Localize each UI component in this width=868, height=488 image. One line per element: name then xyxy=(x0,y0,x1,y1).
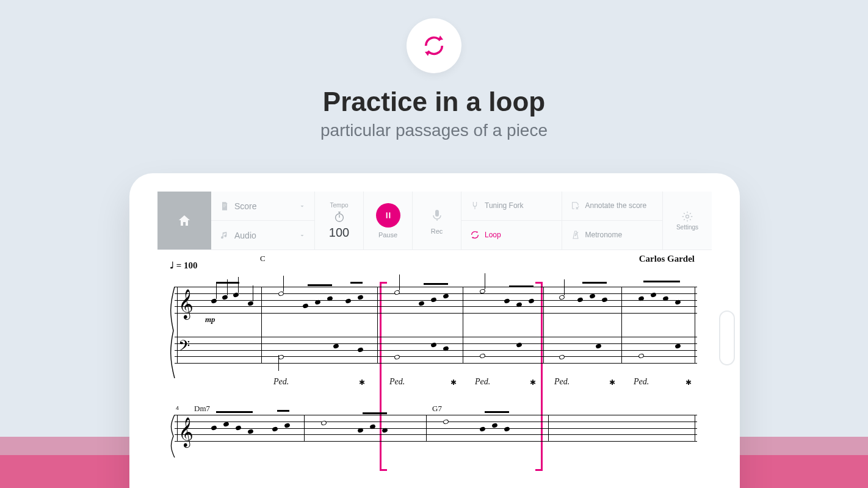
note xyxy=(479,353,486,359)
annotate-button[interactable]: Annotate the score xyxy=(562,192,663,221)
stem xyxy=(399,274,400,290)
pause-button[interactable]: Pause xyxy=(364,192,413,249)
tempo-label: Tempo xyxy=(330,202,348,209)
tuning-fork-label: Tuning Fork xyxy=(485,202,524,210)
note xyxy=(675,343,681,349)
score-area[interactable]: ♩ = 100 Carlos Gardel C xyxy=(157,250,712,488)
note xyxy=(382,428,388,433)
note xyxy=(314,300,321,305)
note xyxy=(595,343,602,349)
metronome-icon xyxy=(571,230,580,240)
note xyxy=(638,353,645,359)
beam xyxy=(216,282,239,284)
home-button[interactable] xyxy=(157,192,211,249)
note xyxy=(418,301,425,306)
note xyxy=(302,303,309,309)
chevron-down-icon xyxy=(298,203,306,210)
note xyxy=(559,354,565,360)
hero-title: Practice in a loop xyxy=(0,87,868,117)
beam xyxy=(277,410,289,412)
gear-icon xyxy=(681,210,693,223)
score-dropdown[interactable]: Score xyxy=(211,192,314,220)
app-screen: Score Audio Tempo 100 Pause xyxy=(157,192,712,488)
annotate-label: Annotate the score xyxy=(585,202,647,210)
note xyxy=(443,293,449,299)
note xyxy=(479,426,486,432)
pedal-mark: Ped. xyxy=(389,377,405,387)
record-label: Rec xyxy=(431,228,443,235)
pause-circle xyxy=(376,203,400,228)
tempo-value: 100 xyxy=(329,226,349,240)
note xyxy=(394,290,400,295)
note xyxy=(430,297,437,303)
chord-symbol: Dm7 xyxy=(194,404,210,414)
note xyxy=(320,420,327,426)
pedal-release-icon: ✱ xyxy=(450,378,457,387)
treble-staff: 𝄞 mp xyxy=(175,287,697,314)
grand-staff-system-2: 4 Dm7 G7 𝄞 xyxy=(170,415,700,458)
note xyxy=(235,425,242,431)
tuning-fork-icon xyxy=(470,201,480,210)
note xyxy=(247,301,254,306)
document-icon xyxy=(220,201,230,211)
note xyxy=(327,296,333,301)
toolbar: Score Audio Tempo 100 Pause xyxy=(157,192,712,250)
metronome-button[interactable]: Metronome xyxy=(562,221,663,250)
microphone-icon xyxy=(430,207,444,224)
tablet-camera-notch xyxy=(168,173,199,181)
stem xyxy=(283,276,284,292)
pedal-mark: Ped. xyxy=(634,377,649,387)
note xyxy=(528,298,535,304)
note xyxy=(369,424,376,429)
note xyxy=(638,296,645,301)
beam xyxy=(363,412,387,414)
note xyxy=(247,429,254,434)
note xyxy=(559,295,565,300)
note xyxy=(443,346,449,351)
music-note-icon xyxy=(220,231,230,240)
chevron-down-icon xyxy=(298,232,306,239)
pedal-mark: Ped. xyxy=(475,377,490,387)
beam xyxy=(643,281,680,282)
score-dropdown-label: Score xyxy=(234,201,257,211)
settings-button[interactable]: Settings xyxy=(663,192,712,249)
note xyxy=(479,289,486,294)
tuning-fork-button[interactable]: Tuning Fork xyxy=(461,192,562,221)
stem xyxy=(564,279,565,295)
note xyxy=(601,297,608,303)
stem xyxy=(278,355,279,371)
pedal-release-icon: ✱ xyxy=(359,378,365,387)
svg-point-2 xyxy=(686,215,689,218)
metronome-label: Metronome xyxy=(585,231,623,239)
record-button[interactable]: Rec xyxy=(413,192,461,249)
note xyxy=(357,295,364,300)
stem xyxy=(485,273,485,289)
beam xyxy=(308,284,332,286)
hero-subtitle: particular passages of a piece xyxy=(0,121,868,140)
loop-button[interactable]: Loop xyxy=(461,221,562,250)
pedal-release-icon: ✱ xyxy=(530,378,536,387)
tools-grid: Tuning Fork Annotate the score Loop Metr… xyxy=(461,192,663,249)
tempo-control[interactable]: Tempo 100 xyxy=(315,192,364,249)
stem xyxy=(216,283,217,299)
loop-icon xyxy=(422,34,446,58)
pause-label: Pause xyxy=(378,231,397,239)
note xyxy=(443,419,449,425)
note xyxy=(577,297,584,303)
pedal-mark: Ped. xyxy=(273,377,289,387)
note xyxy=(284,423,291,428)
note xyxy=(430,342,437,348)
grand-staff: 𝄞 xyxy=(170,415,700,458)
loop-label: Loop xyxy=(485,231,501,239)
tablet-home-button xyxy=(719,310,735,365)
audio-dropdown[interactable]: Audio xyxy=(211,220,314,249)
note xyxy=(504,298,510,304)
grand-staff: 𝄞 mp xyxy=(170,287,700,378)
tempo-marking: ♩ = 100 xyxy=(170,260,198,270)
note xyxy=(516,342,523,348)
note xyxy=(278,291,284,296)
note xyxy=(211,298,217,304)
note xyxy=(504,426,510,432)
pedal-release-icon: ✱ xyxy=(685,378,692,387)
svg-rect-1 xyxy=(435,210,439,217)
